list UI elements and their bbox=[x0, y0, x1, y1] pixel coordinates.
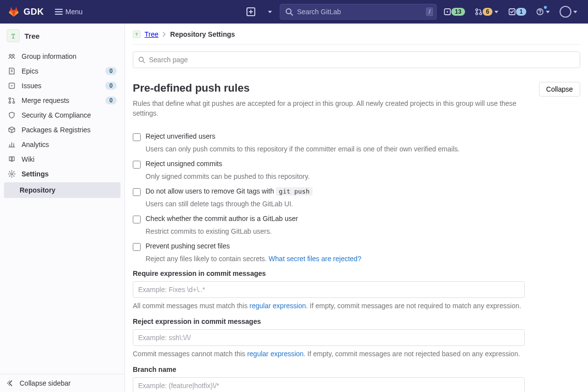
input-reject-commit-expression[interactable] bbox=[133, 329, 525, 346]
checkbox-label: Prevent pushing secret files bbox=[146, 242, 230, 251]
sidebar-item-group-information[interactable]: Group information bbox=[4, 49, 121, 64]
brand-logo[interactable]: GDK bbox=[8, 6, 44, 18]
create-new-button[interactable] bbox=[244, 5, 258, 19]
svg-point-16 bbox=[13, 101, 15, 103]
field-help: Commit messages cannot match this regula… bbox=[133, 349, 525, 359]
breadcrumb: Tree Repository Settings bbox=[133, 30, 580, 45]
main-content: Tree Repository Settings Pre-defined pus… bbox=[125, 24, 588, 392]
section-title: Pre-defined push rules bbox=[133, 82, 531, 95]
epic-icon bbox=[8, 67, 16, 75]
checkbox-help: Reject any files likely to contain secre… bbox=[146, 255, 525, 263]
chevron-down-icon bbox=[268, 11, 272, 13]
merge-request-icon bbox=[8, 97, 16, 104]
sidebar-item-merge-requests[interactable]: Merge requests 0 bbox=[4, 93, 121, 108]
checkbox-label: Reject unverified users bbox=[146, 132, 215, 141]
user-menu[interactable] bbox=[557, 5, 580, 19]
breadcrumb-group-link[interactable]: Tree bbox=[145, 30, 158, 38]
gitlab-icon bbox=[8, 6, 20, 18]
page-search[interactable] bbox=[133, 51, 580, 68]
navbar-issues-link[interactable]: 13 bbox=[441, 5, 467, 19]
section-description: Rules that define what git pushes are ac… bbox=[133, 98, 531, 119]
input-branch-name[interactable] bbox=[133, 377, 525, 392]
group-icon bbox=[8, 52, 16, 60]
merge-request-icon bbox=[475, 8, 483, 16]
field-label-reject-commit: Reject expression in commit messages bbox=[133, 318, 525, 325]
breadcrumb-separator-icon bbox=[162, 30, 166, 38]
svg-point-15 bbox=[9, 101, 11, 103]
checkbox-prevent-tag-removal[interactable] bbox=[133, 188, 141, 196]
svg-point-10 bbox=[9, 54, 11, 56]
global-search-input[interactable] bbox=[297, 8, 422, 16]
navbar-todos-link[interactable]: 1 bbox=[505, 5, 529, 19]
chevron-down-icon bbox=[573, 11, 577, 13]
navbar-issues-badge: 13 bbox=[451, 8, 465, 16]
svg-point-11 bbox=[12, 54, 14, 56]
plus-icon bbox=[246, 7, 255, 16]
create-new-dropdown[interactable] bbox=[262, 5, 276, 19]
svg-point-17 bbox=[11, 173, 13, 175]
checkbox-help: Users can still delete tags through the … bbox=[146, 200, 525, 208]
svg-point-6 bbox=[480, 13, 482, 15]
issue-icon bbox=[443, 8, 451, 16]
checkbox-label: Check whether the commit author is a Git… bbox=[146, 215, 298, 223]
sidebar-item-security[interactable]: Security & Compliance bbox=[4, 108, 121, 122]
field-help: All commit messages must match this regu… bbox=[133, 301, 525, 311]
sidebar-item-epics[interactable]: Epics 0 bbox=[4, 64, 121, 78]
question-icon bbox=[536, 8, 544, 16]
regex-help-link[interactable]: regular expression bbox=[247, 350, 303, 358]
sidebar-subitem-repository[interactable]: Repository bbox=[4, 182, 121, 198]
svg-point-4 bbox=[476, 9, 478, 11]
top-navbar: GDK Menu / 13 6 bbox=[0, 0, 588, 24]
avatar-icon bbox=[560, 6, 571, 18]
menu-toggle[interactable]: Menu bbox=[51, 5, 87, 19]
chevron-down-icon bbox=[494, 11, 498, 13]
global-search[interactable]: / bbox=[280, 4, 437, 20]
input-require-commit-expression[interactable] bbox=[133, 281, 525, 298]
menu-label: Menu bbox=[66, 8, 83, 16]
breadcrumb-current: Repository Settings bbox=[170, 30, 235, 38]
svg-point-5 bbox=[476, 13, 478, 15]
search-icon bbox=[138, 56, 145, 63]
svg-line-1 bbox=[291, 13, 293, 15]
sidebar-item-wiki[interactable]: Wiki bbox=[4, 152, 121, 167]
checkbox-check-commit-author[interactable] bbox=[133, 216, 141, 223]
svg-point-14 bbox=[9, 98, 11, 99]
checkbox-reject-unsigned-commits[interactable] bbox=[133, 161, 141, 169]
checkbox-prevent-secret-files[interactable] bbox=[133, 243, 141, 251]
collapse-icon bbox=[7, 379, 15, 387]
help-notification-dot bbox=[544, 6, 547, 9]
sidebar-item-packages[interactable]: Packages & Registries bbox=[4, 122, 121, 137]
sidebar-item-settings[interactable]: Settings bbox=[4, 167, 121, 181]
todo-icon bbox=[508, 8, 516, 16]
sidebar-item-issues[interactable]: Issues 0 bbox=[4, 78, 121, 93]
package-icon bbox=[8, 126, 16, 134]
secret-files-help-link[interactable]: What secret files are rejected? bbox=[269, 255, 361, 263]
gear-icon bbox=[8, 170, 16, 178]
navbar-todos-badge: 1 bbox=[516, 8, 526, 16]
sidebar-context-header[interactable]: Tree bbox=[0, 24, 124, 48]
svg-line-19 bbox=[143, 61, 145, 63]
shield-icon bbox=[8, 111, 16, 119]
navbar-mr-badge: 6 bbox=[483, 8, 493, 16]
regex-help-link[interactable]: regular expression bbox=[249, 302, 306, 310]
navbar-mr-link[interactable]: 6 bbox=[472, 5, 502, 19]
sidebar-item-analytics[interactable]: Analytics bbox=[4, 137, 121, 152]
svg-point-9 bbox=[539, 13, 540, 14]
sidebar: Tree Group information Epics 0 Is bbox=[0, 24, 125, 392]
checkbox-reject-unverified-users[interactable] bbox=[133, 133, 141, 141]
field-label-branch-name: Branch name bbox=[133, 366, 525, 373]
chevron-down-icon bbox=[546, 11, 550, 13]
checkbox-label: Reject unsigned commits bbox=[146, 160, 222, 169]
search-kbd-hint: / bbox=[426, 7, 433, 16]
collapse-sidebar-button[interactable]: Collapse sidebar bbox=[0, 374, 124, 392]
section-collapse-button[interactable]: Collapse bbox=[539, 82, 580, 97]
book-icon bbox=[8, 155, 16, 163]
collapse-sidebar-label: Collapse sidebar bbox=[20, 379, 71, 387]
checkbox-help: Users can only push commits to this repo… bbox=[146, 145, 525, 153]
svg-point-3 bbox=[447, 11, 448, 13]
help-menu[interactable] bbox=[533, 5, 553, 19]
svg-point-13 bbox=[11, 85, 13, 87]
checkbox-help: Only signed commits can be pushed to thi… bbox=[146, 172, 525, 180]
page-search-input[interactable] bbox=[149, 56, 575, 64]
chart-icon bbox=[8, 141, 16, 148]
